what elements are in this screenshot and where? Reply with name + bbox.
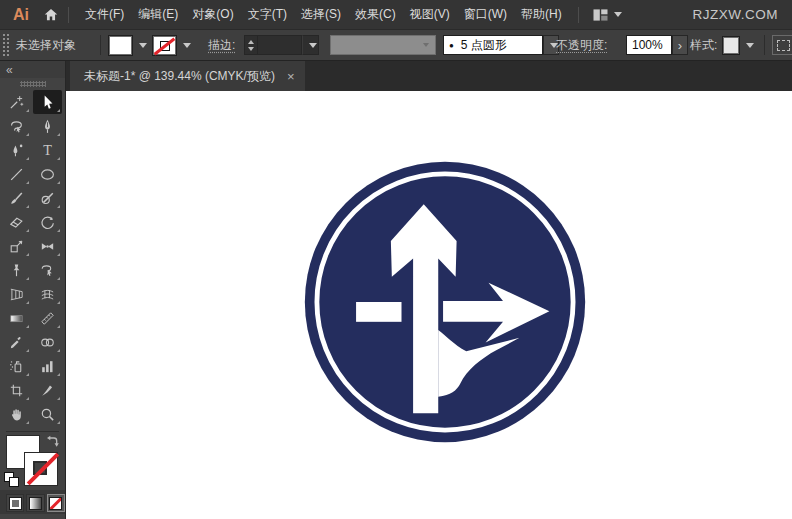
svg-text:T: T	[43, 142, 52, 158]
stroke-weight-stepper[interactable]	[244, 35, 257, 55]
stroke-none-swatch[interactable]	[152, 35, 177, 56]
lasso-tool[interactable]	[2, 114, 31, 138]
close-tab-icon[interactable]: ×	[287, 69, 295, 84]
opacity-panel-link[interactable]: 不透明度:	[556, 30, 607, 60]
menu-edit[interactable]: 编辑(E)	[131, 0, 185, 29]
document-tab-bar: 未标题-1* @ 139.44% (CMYK/预览) ×	[66, 61, 792, 91]
menu-object[interactable]: 对象(O)	[185, 0, 240, 29]
style-control[interactable]	[722, 30, 755, 60]
pen-tool[interactable]	[33, 114, 62, 138]
panel-grip[interactable]	[2, 33, 9, 57]
artboard-canvas[interactable]	[66, 91, 792, 519]
measure-tool[interactable]	[33, 306, 62, 330]
swap-fill-stroke-icon[interactable]	[44, 434, 60, 454]
ellipse-tool[interactable]	[33, 162, 62, 186]
brush-field[interactable]: ● 5 点圆形	[443, 35, 543, 55]
scale-tool[interactable]	[2, 234, 31, 258]
color-button[interactable]	[6, 494, 24, 512]
stroke-color-control[interactable]	[152, 30, 192, 60]
type-tool[interactable]: T	[33, 138, 62, 162]
stroke-color-swatch[interactable]	[24, 452, 58, 486]
paintbrush-tool[interactable]	[2, 186, 31, 210]
menu-window[interactable]: 窗口(W)	[457, 0, 514, 29]
left-road-bar	[356, 302, 401, 322]
watermark-text: RJZXW.COM	[693, 7, 779, 22]
blend-tool[interactable]	[33, 330, 62, 354]
shaper-tool[interactable]	[33, 186, 62, 210]
slice-tool[interactable]	[33, 378, 62, 402]
fill-stroke-indicator	[0, 432, 65, 488]
curvature-tool[interactable]	[2, 138, 31, 162]
symbol-sprayer-tool[interactable]	[2, 354, 31, 378]
ai-logo[interactable]: Ai	[13, 6, 29, 24]
chevron-down-icon[interactable]	[740, 36, 755, 55]
workspace-switcher[interactable]	[592, 8, 622, 22]
straight-or-right-turn-sign[interactable]	[300, 157, 590, 447]
fill-color-control[interactable]	[108, 30, 148, 60]
brush-definition-control[interactable]: ● 5 点圆形	[443, 30, 559, 60]
brush-preview-icon: ●	[449, 41, 454, 50]
width-profile-dropdown	[330, 30, 436, 60]
menu-view[interactable]: 视图(V)	[403, 0, 457, 29]
opacity-more-button[interactable]: ›	[672, 35, 688, 55]
step-up-icon[interactable]	[248, 40, 254, 44]
gradient-button[interactable]	[26, 494, 44, 512]
menu-help[interactable]: 帮助(H)	[514, 0, 569, 29]
eraser-tool[interactable]	[2, 210, 31, 234]
step-down-icon[interactable]	[248, 47, 254, 51]
fill-swatch[interactable]	[108, 35, 133, 56]
divider	[68, 7, 69, 23]
rotate-tool[interactable]	[33, 210, 62, 234]
menu-bar: Ai 文件(F) 编辑(E) 对象(O) 文字(T) 选择(S) 效果(C) 视…	[0, 0, 792, 29]
opacity-field[interactable]: 100%	[626, 35, 672, 55]
illustrator-window: Ai 文件(F) 编辑(E) 对象(O) 文字(T) 选择(S) 效果(C) 视…	[0, 0, 792, 519]
collapse-panel-icon[interactable]: «	[6, 63, 13, 77]
eyedropper-tool[interactable]	[2, 330, 31, 354]
opacity-control[interactable]: 100% ›	[626, 30, 688, 60]
chevron-down-icon[interactable]	[133, 36, 148, 55]
style-swatch[interactable]	[722, 36, 740, 55]
selection-tool[interactable]	[33, 90, 62, 114]
none-button[interactable]	[47, 494, 65, 512]
stroke-panel-link[interactable]: 描边:	[208, 30, 235, 60]
divider	[100, 35, 101, 55]
chevron-down-icon	[614, 12, 622, 17]
zoom-tool[interactable]	[33, 402, 62, 426]
magic-wand-tool[interactable]	[2, 90, 31, 114]
gradient-tool[interactable]	[2, 306, 31, 330]
width-tool[interactable]	[33, 234, 62, 258]
tools-panel-header[interactable]: «	[0, 61, 65, 78]
dashed-box-icon	[777, 40, 790, 51]
home-icon[interactable]	[43, 7, 59, 22]
chevron-down-icon	[423, 43, 429, 47]
document-tab[interactable]: 未标题-1* @ 139.44% (CMYK/预览) ×	[70, 61, 305, 91]
mesh-tool[interactable]	[33, 282, 62, 306]
hand-tool[interactable]	[2, 402, 31, 426]
stroke-weight-field[interactable]	[257, 35, 302, 55]
tools-grid: T	[0, 90, 65, 426]
menu-select[interactable]: 选择(S)	[294, 0, 348, 29]
chevron-down-icon[interactable]	[302, 35, 319, 55]
none-slash-icon	[27, 453, 60, 486]
menu-type[interactable]: 文字(T)	[241, 0, 294, 29]
perspective-selection-tool[interactable]	[33, 258, 62, 282]
divider	[578, 7, 579, 23]
chevron-down-icon[interactable]	[177, 36, 192, 55]
selection-status: 未选择对象	[16, 30, 76, 60]
document-title: 未标题-1* @ 139.44% (CMYK/预览)	[84, 68, 275, 85]
control-bar: 未选择对象 描边: ● 5	[0, 29, 792, 61]
workspace-icon	[592, 8, 609, 22]
divider	[764, 35, 765, 55]
artboard-tool[interactable]	[2, 378, 31, 402]
document-setup-button[interactable]	[772, 30, 792, 60]
perspective-grid-tool[interactable]	[2, 282, 31, 306]
puppet-warp-tool[interactable]	[2, 258, 31, 282]
line-segment-tool[interactable]	[2, 162, 31, 186]
menu-effect[interactable]: 效果(C)	[348, 0, 403, 29]
default-fill-stroke-icon[interactable]	[4, 472, 18, 486]
column-graph-tool[interactable]	[33, 354, 62, 378]
style-label: 样式:	[690, 30, 717, 60]
menu-file[interactable]: 文件(F)	[78, 0, 131, 29]
stroke-weight-control[interactable]	[244, 30, 319, 60]
tools-panel-grip[interactable]	[0, 78, 65, 90]
